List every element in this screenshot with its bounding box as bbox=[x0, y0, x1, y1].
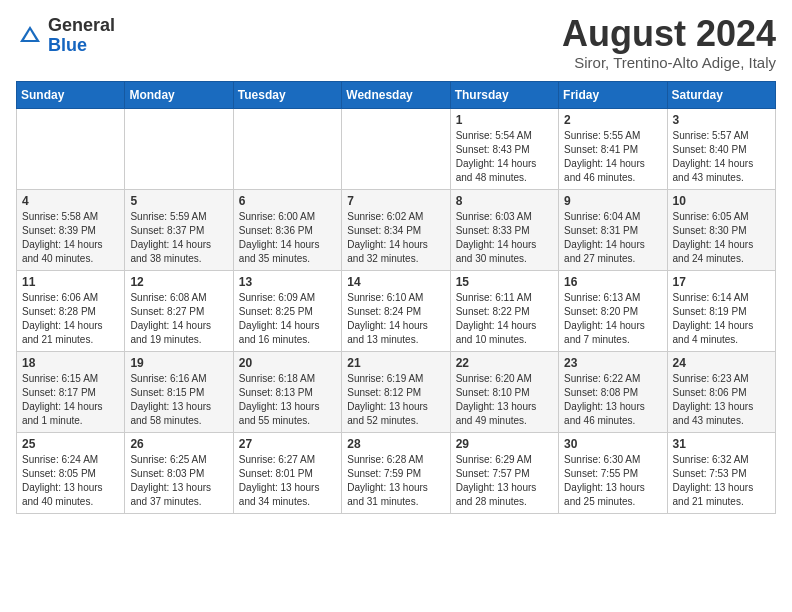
day-info: Sunrise: 6:09 AM Sunset: 8:25 PM Dayligh… bbox=[239, 291, 336, 347]
calendar-cell: 30Sunrise: 6:30 AM Sunset: 7:55 PM Dayli… bbox=[559, 433, 667, 514]
calendar-cell: 20Sunrise: 6:18 AM Sunset: 8:13 PM Dayli… bbox=[233, 352, 341, 433]
day-info: Sunrise: 6:30 AM Sunset: 7:55 PM Dayligh… bbox=[564, 453, 661, 509]
calendar-week-row: 11Sunrise: 6:06 AM Sunset: 8:28 PM Dayli… bbox=[17, 271, 776, 352]
calendar-cell bbox=[342, 109, 450, 190]
calendar-cell: 9Sunrise: 6:04 AM Sunset: 8:31 PM Daylig… bbox=[559, 190, 667, 271]
day-info: Sunrise: 6:22 AM Sunset: 8:08 PM Dayligh… bbox=[564, 372, 661, 428]
day-number: 23 bbox=[564, 356, 661, 370]
calendar-cell: 2Sunrise: 5:55 AM Sunset: 8:41 PM Daylig… bbox=[559, 109, 667, 190]
calendar-cell: 4Sunrise: 5:58 AM Sunset: 8:39 PM Daylig… bbox=[17, 190, 125, 271]
logo: General Blue bbox=[16, 16, 115, 56]
day-number: 26 bbox=[130, 437, 227, 451]
day-number: 10 bbox=[673, 194, 770, 208]
day-number: 22 bbox=[456, 356, 553, 370]
day-info: Sunrise: 5:57 AM Sunset: 8:40 PM Dayligh… bbox=[673, 129, 770, 185]
calendar-day-header: Thursday bbox=[450, 82, 558, 109]
day-number: 5 bbox=[130, 194, 227, 208]
calendar-cell bbox=[125, 109, 233, 190]
day-info: Sunrise: 6:11 AM Sunset: 8:22 PM Dayligh… bbox=[456, 291, 553, 347]
calendar-cell: 28Sunrise: 6:28 AM Sunset: 7:59 PM Dayli… bbox=[342, 433, 450, 514]
calendar-cell: 18Sunrise: 6:15 AM Sunset: 8:17 PM Dayli… bbox=[17, 352, 125, 433]
day-number: 16 bbox=[564, 275, 661, 289]
day-number: 21 bbox=[347, 356, 444, 370]
day-info: Sunrise: 5:58 AM Sunset: 8:39 PM Dayligh… bbox=[22, 210, 119, 266]
header: General Blue August 2024 Siror, Trentino… bbox=[16, 16, 776, 71]
day-number: 27 bbox=[239, 437, 336, 451]
logo-icon bbox=[16, 22, 44, 50]
day-info: Sunrise: 6:05 AM Sunset: 8:30 PM Dayligh… bbox=[673, 210, 770, 266]
calendar-cell: 25Sunrise: 6:24 AM Sunset: 8:05 PM Dayli… bbox=[17, 433, 125, 514]
calendar-cell: 6Sunrise: 6:00 AM Sunset: 8:36 PM Daylig… bbox=[233, 190, 341, 271]
day-info: Sunrise: 6:18 AM Sunset: 8:13 PM Dayligh… bbox=[239, 372, 336, 428]
calendar-cell: 24Sunrise: 6:23 AM Sunset: 8:06 PM Dayli… bbox=[667, 352, 775, 433]
month-year: August 2024 bbox=[562, 16, 776, 52]
day-info: Sunrise: 6:29 AM Sunset: 7:57 PM Dayligh… bbox=[456, 453, 553, 509]
day-number: 19 bbox=[130, 356, 227, 370]
calendar-cell: 13Sunrise: 6:09 AM Sunset: 8:25 PM Dayli… bbox=[233, 271, 341, 352]
calendar-cell: 10Sunrise: 6:05 AM Sunset: 8:30 PM Dayli… bbox=[667, 190, 775, 271]
day-info: Sunrise: 5:55 AM Sunset: 8:41 PM Dayligh… bbox=[564, 129, 661, 185]
calendar-cell: 3Sunrise: 5:57 AM Sunset: 8:40 PM Daylig… bbox=[667, 109, 775, 190]
calendar-cell: 17Sunrise: 6:14 AM Sunset: 8:19 PM Dayli… bbox=[667, 271, 775, 352]
day-number: 8 bbox=[456, 194, 553, 208]
calendar-cell: 15Sunrise: 6:11 AM Sunset: 8:22 PM Dayli… bbox=[450, 271, 558, 352]
day-info: Sunrise: 6:08 AM Sunset: 8:27 PM Dayligh… bbox=[130, 291, 227, 347]
calendar-cell: 1Sunrise: 5:54 AM Sunset: 8:43 PM Daylig… bbox=[450, 109, 558, 190]
day-info: Sunrise: 6:15 AM Sunset: 8:17 PM Dayligh… bbox=[22, 372, 119, 428]
day-info: Sunrise: 6:13 AM Sunset: 8:20 PM Dayligh… bbox=[564, 291, 661, 347]
day-number: 17 bbox=[673, 275, 770, 289]
calendar-cell: 16Sunrise: 6:13 AM Sunset: 8:20 PM Dayli… bbox=[559, 271, 667, 352]
day-info: Sunrise: 6:14 AM Sunset: 8:19 PM Dayligh… bbox=[673, 291, 770, 347]
day-number: 7 bbox=[347, 194, 444, 208]
day-info: Sunrise: 6:04 AM Sunset: 8:31 PM Dayligh… bbox=[564, 210, 661, 266]
location: Siror, Trentino-Alto Adige, Italy bbox=[562, 54, 776, 71]
day-info: Sunrise: 6:06 AM Sunset: 8:28 PM Dayligh… bbox=[22, 291, 119, 347]
calendar-week-row: 25Sunrise: 6:24 AM Sunset: 8:05 PM Dayli… bbox=[17, 433, 776, 514]
calendar-cell: 23Sunrise: 6:22 AM Sunset: 8:08 PM Dayli… bbox=[559, 352, 667, 433]
day-number: 24 bbox=[673, 356, 770, 370]
calendar-week-row: 4Sunrise: 5:58 AM Sunset: 8:39 PM Daylig… bbox=[17, 190, 776, 271]
calendar-cell: 21Sunrise: 6:19 AM Sunset: 8:12 PM Dayli… bbox=[342, 352, 450, 433]
day-number: 20 bbox=[239, 356, 336, 370]
day-number: 12 bbox=[130, 275, 227, 289]
title-block: August 2024 Siror, Trentino-Alto Adige, … bbox=[562, 16, 776, 71]
day-number: 18 bbox=[22, 356, 119, 370]
day-info: Sunrise: 6:24 AM Sunset: 8:05 PM Dayligh… bbox=[22, 453, 119, 509]
calendar-cell: 29Sunrise: 6:29 AM Sunset: 7:57 PM Dayli… bbox=[450, 433, 558, 514]
day-info: Sunrise: 6:02 AM Sunset: 8:34 PM Dayligh… bbox=[347, 210, 444, 266]
day-number: 29 bbox=[456, 437, 553, 451]
day-info: Sunrise: 6:10 AM Sunset: 8:24 PM Dayligh… bbox=[347, 291, 444, 347]
logo-blue-text: Blue bbox=[48, 35, 87, 55]
day-info: Sunrise: 6:16 AM Sunset: 8:15 PM Dayligh… bbox=[130, 372, 227, 428]
calendar-week-row: 1Sunrise: 5:54 AM Sunset: 8:43 PM Daylig… bbox=[17, 109, 776, 190]
calendar-week-row: 18Sunrise: 6:15 AM Sunset: 8:17 PM Dayli… bbox=[17, 352, 776, 433]
calendar-day-header: Saturday bbox=[667, 82, 775, 109]
calendar-day-header: Monday bbox=[125, 82, 233, 109]
calendar-cell: 19Sunrise: 6:16 AM Sunset: 8:15 PM Dayli… bbox=[125, 352, 233, 433]
calendar-cell: 31Sunrise: 6:32 AM Sunset: 7:53 PM Dayli… bbox=[667, 433, 775, 514]
calendar-cell: 14Sunrise: 6:10 AM Sunset: 8:24 PM Dayli… bbox=[342, 271, 450, 352]
logo-general-text: General bbox=[48, 15, 115, 35]
day-number: 25 bbox=[22, 437, 119, 451]
day-number: 6 bbox=[239, 194, 336, 208]
calendar: SundayMondayTuesdayWednesdayThursdayFrid… bbox=[16, 81, 776, 514]
day-info: Sunrise: 5:54 AM Sunset: 8:43 PM Dayligh… bbox=[456, 129, 553, 185]
day-number: 2 bbox=[564, 113, 661, 127]
calendar-header-row: SundayMondayTuesdayWednesdayThursdayFrid… bbox=[17, 82, 776, 109]
day-number: 3 bbox=[673, 113, 770, 127]
calendar-cell: 8Sunrise: 6:03 AM Sunset: 8:33 PM Daylig… bbox=[450, 190, 558, 271]
calendar-day-header: Tuesday bbox=[233, 82, 341, 109]
day-info: Sunrise: 6:28 AM Sunset: 7:59 PM Dayligh… bbox=[347, 453, 444, 509]
day-number: 9 bbox=[564, 194, 661, 208]
day-number: 11 bbox=[22, 275, 119, 289]
calendar-cell: 22Sunrise: 6:20 AM Sunset: 8:10 PM Dayli… bbox=[450, 352, 558, 433]
calendar-cell: 5Sunrise: 5:59 AM Sunset: 8:37 PM Daylig… bbox=[125, 190, 233, 271]
day-number: 4 bbox=[22, 194, 119, 208]
calendar-cell bbox=[233, 109, 341, 190]
calendar-cell: 11Sunrise: 6:06 AM Sunset: 8:28 PM Dayli… bbox=[17, 271, 125, 352]
day-info: Sunrise: 6:32 AM Sunset: 7:53 PM Dayligh… bbox=[673, 453, 770, 509]
day-info: Sunrise: 6:25 AM Sunset: 8:03 PM Dayligh… bbox=[130, 453, 227, 509]
day-number: 30 bbox=[564, 437, 661, 451]
day-info: Sunrise: 6:23 AM Sunset: 8:06 PM Dayligh… bbox=[673, 372, 770, 428]
calendar-cell bbox=[17, 109, 125, 190]
